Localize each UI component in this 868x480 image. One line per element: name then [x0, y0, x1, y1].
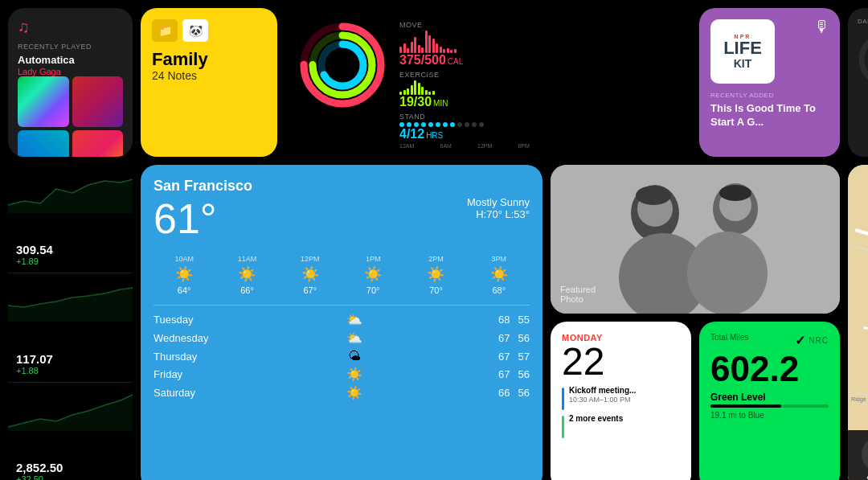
map-search-button[interactable]: 🔍 Search [862, 437, 868, 480]
forecast-friday: Friday ☀️ 6756 [154, 367, 530, 382]
svg-marker-10 [8, 395, 133, 431]
notes-widget[interactable]: 📁 🐼 Family 24 Notes [141, 8, 277, 157]
podcast-badge: RECENTLY ADDED [710, 92, 829, 99]
weather-forecast: Tuesday ⛅ 6855 Wednesday ⛅ 6756 Thursday… [154, 312, 530, 400]
health-cal-value: 534 / 1,271 [858, 92, 868, 100]
calendar-widget: MONDAY 22 Kickoff meeting... 10:30 AM–1:… [551, 322, 691, 480]
event-1-title: Kickoff meeting... [569, 386, 636, 396]
exercise-value: 19/30 [399, 95, 432, 109]
stand-value: 4/12 [399, 127, 424, 142]
nike-running-widget: Total Miles ✓ NRC 602.2 Green Level 19.1… [699, 322, 840, 480]
podcast-cover-kit: KIT [734, 57, 752, 70]
time-label-12am: 12AM [399, 143, 414, 149]
stand-unit: HRS [426, 131, 443, 140]
event-1-time: 10:30 AM–1:00 PM [569, 396, 636, 404]
weather-high: H:70° [476, 208, 502, 220]
recently-played-label: RECENTLY PLAYED [18, 43, 123, 51]
notes-subtitle: 24 Notes [152, 69, 266, 82]
weather-low: L:53° [505, 208, 530, 220]
stock-item-3[interactable]: 2,852.50 +32.50 [8, 383, 133, 480]
svg-marker-8 [8, 179, 133, 213]
music-artist: Lady Gaga [18, 67, 123, 76]
forecast-wednesday: Wednesday ⛅ 6756 [154, 330, 530, 346]
forecast-thursday: Thursday 🌤 6757 [154, 349, 530, 363]
album-thumb-1[interactable] [18, 76, 69, 128]
weather-high-low: H:70° L:53° [467, 208, 530, 220]
album-thumb-4[interactable] [72, 130, 124, 157]
svg-text:Ridge: Ridge [851, 396, 866, 403]
stock-1-price: 309.54 [16, 243, 125, 256]
nike-sublabel: 19.1 mi to Blue [710, 411, 829, 420]
time-label-6pm: 6PM [518, 143, 530, 149]
map-bottom-bar: 🔍 Search 🍴 Food [848, 430, 868, 480]
nike-level: Green Level [710, 392, 829, 403]
weather-temp: 61° [154, 196, 217, 242]
search-icon-circle: 🔍 [862, 437, 868, 472]
podcast-cover-art: NPR LIFE KIT [710, 19, 775, 84]
time-label-12pm: 12PM [477, 143, 492, 149]
nike-total-label: Total Miles [710, 333, 748, 342]
calendar-date: 22 [562, 343, 680, 381]
move-unit: CAL [448, 57, 463, 66]
nike-miles: 602.2 [710, 351, 829, 387]
notes-title: Family [152, 50, 266, 69]
podcast-app-icon: 🎙 [814, 18, 830, 36]
calendar-event-2: 2 more events [562, 414, 680, 438]
time-label-6am: 6AM [440, 143, 451, 149]
health-title: DAILY PROGRESS [858, 18, 868, 25]
nike-swoosh: ✓ [795, 333, 805, 348]
hourly-10am: 10AM ☀️ 64° [154, 255, 215, 295]
weather-hourly: 10AM ☀️ 64° 11AM ☀️ 66° 12PM ☀️ 67° 1PM … [154, 255, 530, 295]
podcast-widget[interactable]: NPR LIFE KIT 🎙 RECENTLY ADDED This Is Go… [699, 8, 840, 157]
photo-label: Featured Photo [560, 285, 596, 304]
calendar-event-1: Kickoff meeting... 10:30 AM–1:00 PM [562, 386, 680, 410]
stock-3-price: 2,852.50 [16, 461, 125, 474]
podcast-cover-life: LIFE [723, 39, 762, 57]
album-thumb-2[interactable] [72, 76, 124, 128]
album-thumb-3[interactable] [18, 130, 69, 157]
stock-2-price: 117.07 [16, 352, 125, 366]
notes-folder-icon: 📁 [152, 19, 178, 42]
forecast-saturday: Saturday ☀️ 6656 [154, 385, 530, 400]
stock-item-1[interactable]: 309.54 +1.89 [8, 165, 133, 273]
hourly-2pm: 2PM ☀️ 70° [405, 255, 466, 295]
stock-2-change: +1.88 [16, 366, 125, 375]
hourly-3pm: 3PM ☀️ 68° [469, 255, 530, 295]
weather-widget: San Francisco 61° Mostly Sunny H:70° L:5… [141, 165, 542, 480]
event-1-bar [562, 388, 564, 410]
activity-widget: MOVE 375/500 CAL EXERCISE [285, 8, 542, 157]
music-icon: ♫ [18, 18, 123, 36]
exercise-unit: MIN [433, 99, 448, 108]
stock-1-change: +1.89 [16, 256, 125, 266]
hourly-1pm: 1PM ☀️ 70° [342, 255, 403, 295]
forecast-tuesday: Tuesday ⛅ 6855 [154, 312, 530, 327]
weather-description: Mostly Sunny [467, 196, 530, 208]
health-ring: 534 / 1,271 Cal [858, 31, 868, 107]
health-cal-unit: Cal [858, 100, 868, 107]
svg-marker-9 [8, 288, 133, 322]
weather-city: San Francisco [154, 178, 530, 195]
hourly-12pm: 12PM ☀️ 67° [280, 255, 341, 295]
move-value: 375/500 [399, 53, 446, 68]
music-widget: ♫ RECENTLY PLAYED Automatica Lady Gaga [8, 8, 133, 157]
health-widget: DAILY PROGRESS 534 / 1,271 Cal 2 cups [848, 8, 868, 157]
svg-point-6 [862, 35, 868, 84]
nike-nrc-label: NRC [809, 336, 829, 345]
podcast-title: This Is Good Time To Start A G... [710, 102, 829, 129]
stock-3-change: +32.50 [16, 474, 125, 480]
stocks-widget: 309.54 +1.89 117.07 +1.88 2,852.50 +32.5… [8, 165, 133, 480]
nike-progress-bar [710, 404, 829, 408]
event-2-bar [562, 416, 564, 438]
event-2-title: 2 more events [569, 414, 623, 424]
move-label: MOVE [399, 21, 530, 29]
nike-progress-fill [710, 404, 781, 408]
map-widget[interactable]: 280 Mountain View Cupertino Saratoga Rid… [848, 165, 868, 480]
activity-rings [298, 21, 387, 109]
notes-panda-icon: 🐼 [182, 19, 208, 42]
exercise-label: EXERCISE [399, 71, 530, 79]
hourly-11am: 11AM ☀️ 66° [216, 255, 277, 295]
photo-widget: Featured Photo [551, 165, 840, 314]
music-song-title: Automatica [18, 54, 123, 67]
stand-label: STAND [399, 113, 530, 121]
stock-item-2[interactable]: 117.07 +1.88 [8, 273, 133, 382]
